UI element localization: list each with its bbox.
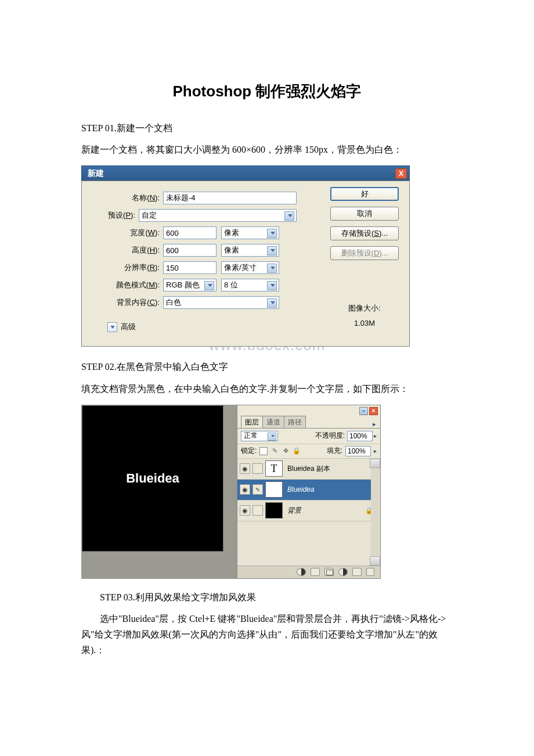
opacity-input[interactable]: 100% [347,431,373,441]
cancel-button[interactable]: 取消 [330,207,399,221]
resolution-unit-select[interactable]: 像素/英寸 [221,261,279,274]
dialog-titlebar: 新建 X [81,165,410,181]
fill-label: 填充: [327,446,342,456]
color-mode-select[interactable]: RGB 颜色 [163,279,217,291]
visibility-icon[interactable]: ◉ [240,463,250,474]
image-size-value: 1.03M [330,316,399,331]
preset-select[interactable]: 自定 [139,209,297,222]
link-slot[interactable] [252,505,263,516]
save-preset-button[interactable]: 存储预设(S)... [330,226,399,240]
step3-heading: STEP 03.利用风效果给文字增加风效果 [81,589,453,605]
canvas-preview: Blueidea [82,405,223,552]
chevron-down-icon [107,322,117,332]
bg-layer-thumb [265,502,283,519]
resolution-input[interactable]: 150 [163,261,217,274]
width-input[interactable]: 600 [163,226,217,239]
new-group-icon[interactable] [324,568,334,576]
color-mode-label: 颜色模式(M): [89,280,163,290]
opacity-flyout-icon[interactable]: ▸ [374,433,377,439]
layer-name: 背景 [287,506,301,516]
close-icon[interactable]: × [369,407,378,415]
step2-heading: STEP 02.在黑色背景中输入白色文字 [81,359,453,375]
delete-preset-button: 删除预设(D)... [330,246,399,260]
adjustment-layer-icon[interactable] [338,568,348,576]
minimize-icon[interactable]: – [359,407,368,415]
step1-heading: STEP 01.新建一个文档 [81,120,453,136]
layer-style-icon[interactable] [297,568,306,576]
tab-channels[interactable]: 通道 [262,416,284,428]
page-title: Photoshop 制作强烈火焰字 [81,81,453,102]
name-input[interactable]: 未标题-4 [163,192,297,204]
tab-layers[interactable]: 图层 [241,416,263,428]
layer-row[interactable]: ◉ 背景 🔒 [237,501,380,521]
blend-mode-select[interactable]: 正常 [241,431,278,441]
width-label: 宽度(W): [89,228,163,238]
visibility-icon[interactable]: ◉ [240,505,250,516]
bg-content-select[interactable]: 白色 [163,296,279,309]
lock-pixels-icon[interactable]: ✎ [270,447,279,455]
text-layer-thumb: T [265,460,283,477]
layer-mask-icon[interactable] [311,568,320,576]
lock-position-icon[interactable]: ✥ [282,447,290,455]
resolution-label: 分辨率(R): [89,262,163,273]
layer-name: Blueidea 副本 [287,464,330,474]
tab-paths[interactable]: 路径 [284,416,306,428]
layer-row[interactable]: ◉ ✎ T Blueidea [237,480,380,501]
bit-depth-select[interactable]: 8 位 [221,279,279,291]
name-label: 名称(N): [89,193,163,203]
layer-row[interactable]: ◉ T Blueidea 副本 [237,459,380,480]
layers-panel: – × 图层 通道 路径 ▸ 正常 不透明度: 100% ▸ 锁定: ✎ ✥ 🔒 [237,405,381,579]
image-size-label: 图像大小: [330,301,399,316]
step3-text: 选中"Blueidea"层，按 Ctel+E 键将"Blueidea"层和背景层… [81,611,453,658]
step2-text: 填充文档背景为黑色，在中央输入白色的文字.并复制一个文字层，如下图所示： [81,381,453,397]
lock-all-icon[interactable]: 🔒 [293,447,301,455]
figure-step2: Blueidea – × 图层 通道 路径 ▸ 正常 不透明度: 100% ▸ … [81,405,381,579]
link-slot[interactable] [252,463,263,474]
scrollbar[interactable] [371,459,380,566]
panel-menu-icon[interactable]: ▸ [371,420,378,428]
layer-name: Blueidea [287,485,315,494]
advanced-label: 高级 [121,322,136,332]
fill-input[interactable]: 100% [345,446,371,456]
visibility-icon[interactable]: ◉ [240,484,250,495]
text-layer-thumb: T [265,481,283,498]
lock-transparency-icon[interactable] [259,447,268,455]
dialog-title: 新建 [88,168,104,179]
lock-label: 锁定: [241,446,257,456]
height-label: 高度(H): [89,245,163,255]
height-input[interactable]: 600 [163,244,217,257]
fill-flyout-icon[interactable]: ▸ [374,448,377,454]
ok-button[interactable]: 好 [330,187,399,201]
bg-content-label: 背景内容(C): [89,297,163,308]
new-document-dialog: 新建 X 名称(N): 未标题-4 预设(P): 自定 宽度(W): 600 像… [81,165,410,347]
opacity-label: 不透明度: [315,431,345,441]
preset-label: 预设(P): [89,210,139,221]
close-icon[interactable]: X [395,168,407,179]
trash-icon[interactable] [366,568,374,576]
width-unit-select[interactable]: 像素 [221,226,279,239]
height-unit-select[interactable]: 像素 [221,244,279,257]
new-layer-icon[interactable] [352,568,362,576]
link-slot[interactable]: ✎ [252,484,263,495]
step1-text: 新建一个文档，将其窗口大小调整为 600×600，分辨率 150px，背景色为白… [81,142,453,157]
